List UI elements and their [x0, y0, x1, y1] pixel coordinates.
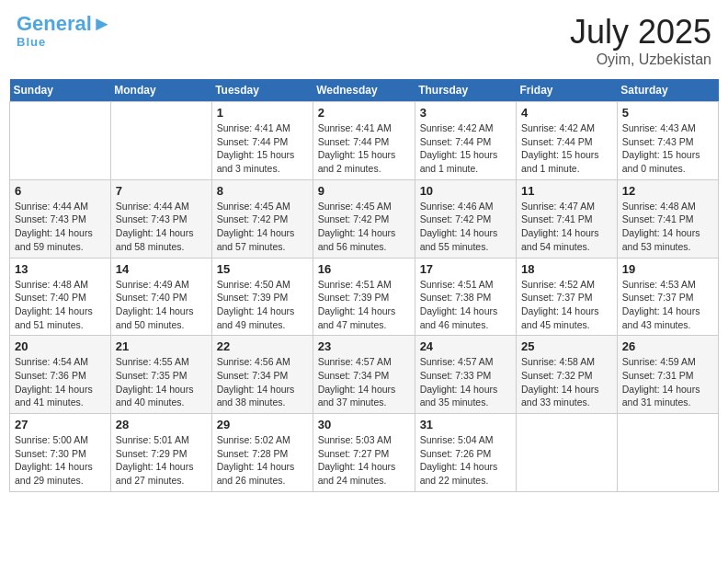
day-number: 8 — [217, 184, 308, 198]
calendar-cell: 18Sunrise: 4:52 AM Sunset: 7:37 PM Dayli… — [516, 258, 617, 336]
calendar-cell: 4Sunrise: 4:42 AM Sunset: 7:44 PM Daylig… — [516, 102, 617, 180]
calendar-cell: 14Sunrise: 4:49 AM Sunset: 7:40 PM Dayli… — [110, 258, 211, 336]
day-number: 5 — [622, 106, 713, 120]
day-info: Sunrise: 4:59 AM Sunset: 7:31 PM Dayligh… — [622, 355, 713, 409]
day-number: 13 — [15, 262, 106, 276]
calendar-cell: 28Sunrise: 5:01 AM Sunset: 7:29 PM Dayli… — [110, 414, 211, 492]
day-number: 3 — [420, 106, 511, 120]
day-info: Sunrise: 4:56 AM Sunset: 7:34 PM Dayligh… — [217, 355, 308, 409]
calendar-cell: 17Sunrise: 4:51 AM Sunset: 7:38 PM Dayli… — [415, 258, 516, 336]
logo-general: General — [17, 12, 92, 35]
day-info: Sunrise: 4:43 AM Sunset: 7:43 PM Dayligh… — [622, 121, 713, 176]
day-info: Sunrise: 4:42 AM Sunset: 7:44 PM Dayligh… — [521, 121, 612, 176]
day-number: 18 — [521, 262, 612, 276]
day-number: 24 — [420, 339, 511, 353]
day-info: Sunrise: 4:48 AM Sunset: 7:41 PM Dayligh… — [622, 200, 713, 254]
day-number: 14 — [116, 262, 207, 276]
day-info: Sunrise: 4:41 AM Sunset: 7:44 PM Dayligh… — [318, 121, 410, 176]
calendar-cell: 25Sunrise: 4:58 AM Sunset: 7:32 PM Dayli… — [516, 336, 617, 414]
day-info: Sunrise: 4:42 AM Sunset: 7:44 PM Dayligh… — [420, 121, 511, 176]
weekday-header: Sunday — [10, 79, 111, 102]
day-info: Sunrise: 5:02 AM Sunset: 7:28 PM Dayligh… — [217, 433, 308, 488]
calendar-cell: 6Sunrise: 4:44 AM Sunset: 7:43 PM Daylig… — [10, 179, 111, 258]
weekday-header: Monday — [110, 79, 211, 102]
day-number: 9 — [318, 184, 410, 198]
calendar-cell: 30Sunrise: 5:03 AM Sunset: 7:27 PM Dayli… — [313, 414, 415, 492]
day-number: 16 — [318, 262, 410, 276]
title-block: July 2025 Oyim, Uzbekistan — [570, 13, 711, 68]
day-info: Sunrise: 4:44 AM Sunset: 7:43 PM Dayligh… — [15, 200, 106, 254]
calendar-cell: 8Sunrise: 4:45 AM Sunset: 7:42 PM Daylig… — [211, 179, 313, 258]
calendar-cell: 20Sunrise: 4:54 AM Sunset: 7:36 PM Dayli… — [10, 336, 111, 414]
calendar-cell: 9Sunrise: 4:45 AM Sunset: 7:42 PM Daylig… — [313, 179, 415, 258]
calendar-cell: 11Sunrise: 4:47 AM Sunset: 7:41 PM Dayli… — [516, 179, 617, 258]
calendar-table: SundayMondayTuesdayWednesdayThursdayFrid… — [9, 79, 719, 492]
day-number: 23 — [318, 339, 410, 353]
calendar-cell: 31Sunrise: 5:04 AM Sunset: 7:26 PM Dayli… — [415, 414, 516, 492]
day-number: 22 — [217, 339, 308, 353]
calendar-cell: 3Sunrise: 4:42 AM Sunset: 7:44 PM Daylig… — [415, 102, 516, 180]
calendar-cell — [516, 414, 617, 492]
page-header: General► Blue July 2025 Oyim, Uzbekistan — [9, 9, 719, 72]
day-info: Sunrise: 4:58 AM Sunset: 7:32 PM Dayligh… — [521, 355, 612, 409]
weekday-header: Saturday — [617, 79, 718, 102]
calendar-cell: 1Sunrise: 4:41 AM Sunset: 7:44 PM Daylig… — [211, 102, 313, 180]
day-info: Sunrise: 4:46 AM Sunset: 7:42 PM Dayligh… — [420, 200, 511, 254]
day-number: 21 — [116, 339, 207, 353]
calendar-cell: 16Sunrise: 4:51 AM Sunset: 7:39 PM Dayli… — [313, 258, 415, 336]
calendar-title: July 2025 — [570, 13, 711, 52]
day-info: Sunrise: 4:48 AM Sunset: 7:40 PM Dayligh… — [15, 278, 106, 332]
day-number: 2 — [318, 106, 410, 120]
calendar-week-row: 13Sunrise: 4:48 AM Sunset: 7:40 PM Dayli… — [10, 258, 719, 336]
day-number: 17 — [420, 262, 511, 276]
day-info: Sunrise: 4:51 AM Sunset: 7:38 PM Dayligh… — [420, 278, 511, 332]
day-info: Sunrise: 5:01 AM Sunset: 7:29 PM Dayligh… — [116, 433, 207, 488]
day-info: Sunrise: 4:49 AM Sunset: 7:40 PM Dayligh… — [116, 278, 207, 332]
calendar-cell: 13Sunrise: 4:48 AM Sunset: 7:40 PM Dayli… — [10, 258, 111, 336]
day-info: Sunrise: 4:51 AM Sunset: 7:39 PM Dayligh… — [318, 278, 410, 332]
day-info: Sunrise: 4:45 AM Sunset: 7:42 PM Dayligh… — [318, 200, 410, 254]
day-number: 12 — [622, 184, 713, 198]
day-number: 15 — [217, 262, 308, 276]
calendar-cell: 27Sunrise: 5:00 AM Sunset: 7:30 PM Dayli… — [10, 414, 111, 492]
calendar-cell: 24Sunrise: 4:57 AM Sunset: 7:33 PM Dayli… — [415, 336, 516, 414]
logo: General► Blue — [17, 13, 112, 49]
day-info: Sunrise: 4:54 AM Sunset: 7:36 PM Dayligh… — [15, 355, 106, 409]
day-info: Sunrise: 5:04 AM Sunset: 7:26 PM Dayligh… — [420, 433, 511, 488]
day-number: 6 — [15, 184, 106, 198]
calendar-cell: 10Sunrise: 4:46 AM Sunset: 7:42 PM Dayli… — [415, 179, 516, 258]
calendar-week-row: 6Sunrise: 4:44 AM Sunset: 7:43 PM Daylig… — [10, 179, 719, 258]
calendar-cell: 19Sunrise: 4:53 AM Sunset: 7:37 PM Dayli… — [617, 258, 718, 336]
calendar-week-row: 27Sunrise: 5:00 AM Sunset: 7:30 PM Dayli… — [10, 414, 719, 492]
day-number: 4 — [521, 106, 612, 120]
calendar-location: Oyim, Uzbekistan — [570, 52, 711, 68]
day-number: 10 — [420, 184, 511, 198]
weekday-header: Tuesday — [211, 79, 313, 102]
day-info: Sunrise: 4:45 AM Sunset: 7:42 PM Dayligh… — [217, 200, 308, 254]
day-number: 19 — [622, 262, 713, 276]
day-number: 27 — [15, 418, 106, 431]
day-info: Sunrise: 4:53 AM Sunset: 7:37 PM Dayligh… — [622, 278, 713, 332]
day-info: Sunrise: 4:44 AM Sunset: 7:43 PM Dayligh… — [116, 200, 207, 254]
day-info: Sunrise: 4:47 AM Sunset: 7:41 PM Dayligh… — [521, 200, 612, 254]
logo-subtitle: Blue — [17, 35, 46, 49]
day-number: 31 — [420, 418, 511, 431]
calendar-cell: 29Sunrise: 5:02 AM Sunset: 7:28 PM Dayli… — [211, 414, 313, 492]
calendar-header-row: SundayMondayTuesdayWednesdayThursdayFrid… — [10, 79, 719, 102]
calendar-cell: 15Sunrise: 4:50 AM Sunset: 7:39 PM Dayli… — [211, 258, 313, 336]
day-info: Sunrise: 4:57 AM Sunset: 7:34 PM Dayligh… — [318, 355, 410, 409]
day-number: 28 — [116, 418, 207, 431]
day-number: 26 — [622, 339, 713, 353]
calendar-cell — [617, 414, 718, 492]
logo-text: General► — [17, 13, 112, 35]
day-number: 20 — [15, 339, 106, 353]
day-number: 30 — [318, 418, 410, 431]
day-info: Sunrise: 4:41 AM Sunset: 7:44 PM Dayligh… — [217, 121, 308, 176]
day-number: 1 — [217, 106, 308, 120]
day-number: 29 — [217, 418, 308, 431]
calendar-cell — [110, 102, 211, 180]
day-info: Sunrise: 4:55 AM Sunset: 7:35 PM Dayligh… — [116, 355, 207, 409]
calendar-cell: 2Sunrise: 4:41 AM Sunset: 7:44 PM Daylig… — [313, 102, 415, 180]
calendar-cell: 22Sunrise: 4:56 AM Sunset: 7:34 PM Dayli… — [211, 336, 313, 414]
calendar-week-row: 20Sunrise: 4:54 AM Sunset: 7:36 PM Dayli… — [10, 336, 719, 414]
